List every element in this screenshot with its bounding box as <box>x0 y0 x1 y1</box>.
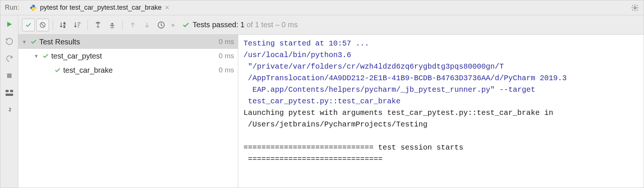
svg-rect-6 <box>6 94 13 96</box>
left-gutter <box>0 15 18 188</box>
run-header: Run: pytest for test_car_pytest.test_car… <box>0 0 644 15</box>
sort-alpha-button[interactable]: az <box>57 19 70 31</box>
prev-failed-button[interactable] <box>126 19 139 31</box>
run-label: Run: <box>3 4 19 12</box>
layout-button[interactable] <box>4 88 15 98</box>
svg-point-1 <box>34 10 35 10</box>
console-line: "/private/var/folders/cr/wzh4ldzd6zq6ryg… <box>243 62 504 71</box>
pass-icon <box>30 38 37 45</box>
console-line: ============================= test sessi… <box>243 143 468 152</box>
tree-label: test_car_pytest <box>51 52 219 60</box>
test-history-button[interactable] <box>155 19 168 31</box>
toggle-auto-test-button[interactable] <box>4 53 15 64</box>
rerun-failed-button[interactable] <box>4 36 15 47</box>
run-config-tab[interactable]: pytest for test_car_pytest.test_car_brak… <box>26 0 173 15</box>
svg-rect-5 <box>10 90 13 92</box>
tree-node-test[interactable]: test_car_brake 0 ms <box>18 63 238 77</box>
stop-button[interactable] <box>4 70 15 81</box>
pin-button[interactable] <box>4 105 15 115</box>
tree-node-root[interactable]: ▼ Test Results 0 ms <box>18 35 238 49</box>
svg-point-2 <box>634 7 636 9</box>
tree-label: test_car_brake <box>63 66 219 75</box>
check-icon <box>182 21 190 29</box>
tree-node-module[interactable]: ▼ test_car_pytest 0 ms <box>18 49 238 63</box>
svg-rect-3 <box>7 73 12 78</box>
pass-icon <box>42 53 49 59</box>
console-line: Launching pytest with arguments test_car… <box>243 109 553 117</box>
console-line: test_car_pytest.py::test_car_brake <box>243 97 401 106</box>
run-tool-window: Run: pytest for test_car_pytest.test_car… <box>0 0 644 188</box>
test-tree[interactable]: ▼ Test Results 0 ms ▼ test_car_pytest 0 … <box>18 35 238 188</box>
status-prefix: Tests passed: <box>193 21 240 29</box>
run-body: az <box>0 15 644 188</box>
rerun-button[interactable] <box>4 19 15 29</box>
test-toolbar: az <box>18 15 644 35</box>
python-file-icon <box>30 4 37 12</box>
console-output[interactable]: Testing started at 10:57 ... /usr/local/… <box>238 35 644 188</box>
tree-time: 0 ms <box>219 66 234 74</box>
show-passed-button[interactable] <box>22 19 35 31</box>
content-area: az <box>18 15 644 188</box>
sort-duration-button[interactable] <box>71 19 84 31</box>
more-actions-icon[interactable]: » <box>171 22 175 28</box>
svg-text:z: z <box>64 25 65 28</box>
console-line: /Users/jetbrains/PycharmProjects/Testing <box>243 120 427 129</box>
svg-rect-4 <box>6 90 9 92</box>
svg-text:a: a <box>64 22 65 25</box>
console-line: /usr/local/bin/python3.6 <box>243 51 356 59</box>
pass-icon <box>54 67 61 73</box>
expand-arrow-icon[interactable]: ▼ <box>33 53 40 59</box>
console-line: Testing started at 10:57 ... <box>243 39 369 48</box>
console-line: EAP.app/Contents/helpers/pycharm/_jb_pyt… <box>243 85 540 94</box>
close-tab-icon[interactable]: ✕ <box>165 4 169 11</box>
next-failed-button[interactable] <box>141 19 153 31</box>
tree-label: Test Results <box>39 38 219 46</box>
status-count: 1 <box>240 21 245 29</box>
collapse-all-button[interactable] <box>106 19 119 31</box>
console-line: /AppTranslocation/4A9DD212-2E1B-41B9-BCD… <box>243 74 567 82</box>
run-config-title: pytest for test_car_pytest.test_car_brak… <box>40 4 162 12</box>
status-suffix: of 1 test – 0 ms <box>245 21 298 29</box>
console-line: ============================== <box>243 155 383 163</box>
expand-all-button[interactable] <box>92 19 104 31</box>
split-pane: ▼ Test Results 0 ms ▼ test_car_pytest 0 … <box>18 35 644 188</box>
tree-time: 0 ms <box>219 52 234 60</box>
expand-arrow-icon[interactable]: ▼ <box>21 39 28 45</box>
gear-icon[interactable] <box>629 2 641 13</box>
svg-point-0 <box>32 5 33 6</box>
tree-time: 0 ms <box>219 38 234 46</box>
test-status: Tests passed: 1 of 1 test – 0 ms <box>182 21 298 29</box>
show-ignored-button[interactable] <box>36 19 49 31</box>
